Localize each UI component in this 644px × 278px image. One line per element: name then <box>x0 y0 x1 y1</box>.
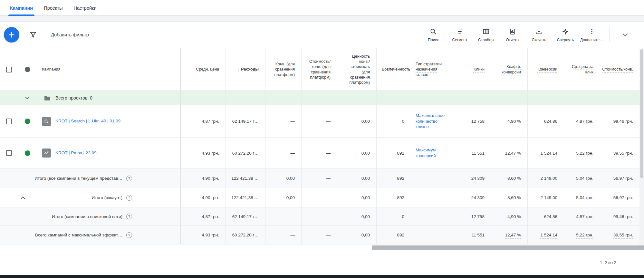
value: 11 551 <box>472 233 485 237</box>
value: 60 272,20 г… <box>232 233 259 237</box>
header-conversions[interactable]: Конверсии <box>527 48 564 91</box>
clicks-value: 11 551 <box>455 226 491 244</box>
columns-button[interactable]: Столбцы <box>473 28 499 42</box>
header-conv-compare-label: Конв. (для сравнения платформ) <box>271 62 295 77</box>
value: 24 309 <box>471 195 485 200</box>
status-enabled-icon[interactable] <box>25 150 30 156</box>
value: 1 524,14 <box>540 151 557 156</box>
bottom-window-edge <box>0 275 644 278</box>
value: — <box>291 151 295 156</box>
header-avg-cpc[interactable]: Ср. цена за клик <box>564 48 600 91</box>
engagement-value: 892 <box>376 138 411 168</box>
collapse-button[interactable]: Свернуть <box>552 28 579 42</box>
sort-desc-arrow-icon: ↓ <box>237 67 239 72</box>
help-icon[interactable] <box>126 232 132 238</box>
download-icon <box>535 28 543 35</box>
value: 624,86 <box>544 214 557 219</box>
vertical-scrollbar-thumb[interactable] <box>640 49 643 178</box>
value: 892 <box>397 176 404 181</box>
header-bid-strategy[interactable]: Тип стратегии назначения ставок <box>411 48 455 91</box>
select-all-checkbox[interactable] <box>6 67 12 72</box>
value: 1 524,14 <box>540 233 557 237</box>
tab-bar: Кампании Проекты Настройки <box>0 0 644 16</box>
avg-cpc-value: 4,87 грн. <box>564 105 600 137</box>
tab-campaigns[interactable]: Кампании <box>5 5 38 15</box>
value: 4,90 % <box>507 119 521 124</box>
collapse-toolbar-button[interactable] <box>616 31 635 39</box>
header-conv-compare[interactable]: Конв. (для сравнения платформ) <box>265 48 301 91</box>
header-cost-conv-compare[interactable]: Стоимость/ конв. (для сравнения платформ… <box>301 48 337 91</box>
cost-conv-compare-value: — <box>301 169 337 188</box>
campaign-link[interactable]: KROT | Pmax | 22.09 <box>55 150 97 156</box>
search-button[interactable]: Поиск <box>420 28 447 42</box>
status-enabled-icon[interactable] <box>25 119 30 124</box>
value: 99,46 грн. <box>613 214 633 219</box>
header-engagement[interactable]: Вовлеченность <box>376 48 411 91</box>
campaign-link[interactable]: KROT | Search | L.Ukr+40 | 01.09 <box>55 118 120 124</box>
clicks-value: 12 758 <box>455 105 491 137</box>
header-campaign[interactable]: Кампания <box>37 48 180 91</box>
value: 122 421,38 … <box>231 176 259 181</box>
reports-button[interactable]: Отчеты <box>499 28 526 42</box>
header-cost-per-conv[interactable]: Стоимость/конв. <box>600 48 639 91</box>
header-conversions-label: Конверсии <box>537 67 557 72</box>
clicks-value: 11 551 <box>455 138 491 168</box>
conv-rate-value: 8,60 % <box>491 169 527 188</box>
tab-projects[interactable]: Проекты <box>38 5 68 15</box>
value: 5,04 грн. <box>576 195 593 200</box>
download-button[interactable]: Скачать <box>526 28 552 42</box>
header-spend-sorted[interactable]: ↓ Расходы <box>226 48 265 91</box>
header-value-cost-compare[interactable]: Ценность конв./ стоимость (для сравнения… <box>337 48 376 91</box>
conv-compare-value: — <box>265 207 301 225</box>
header-clicks[interactable]: Клики <box>455 48 491 91</box>
row-checkbox-cell <box>0 138 18 168</box>
avg-cpc-value: 5,04 грн. <box>564 169 600 188</box>
summary-row-account: Итого (аккаунт) 4,90 грн. 122 421,38 … 0… <box>0 188 639 207</box>
bid-strategy-link[interactable]: Максимальное количество кликов <box>416 113 450 130</box>
summary-label: Итого (кампании в поисковой сети) <box>52 214 122 219</box>
tab-settings[interactable]: Настройки <box>68 5 102 15</box>
value: 0,00 <box>361 119 370 124</box>
row-status-cell <box>18 105 37 137</box>
row-checkbox[interactable] <box>6 119 12 124</box>
collapse-totals-toggle[interactable] <box>19 194 26 201</box>
filter-funnel-icon <box>29 31 37 39</box>
group-empty-cell <box>564 91 600 105</box>
projects-expand-toggle[interactable] <box>18 94 37 101</box>
bid-strategy-link[interactable]: Максимум конверсий <box>416 147 450 158</box>
reports-icon <box>509 28 516 35</box>
campaigns-table: Кампания Средн. цена ↓ Расходы Конв. (дл… <box>0 48 639 244</box>
header-campaign-label: Кампания <box>42 67 60 72</box>
group-empty-cell <box>411 91 455 105</box>
header-avg-price[interactable]: Средн. цена <box>180 48 226 91</box>
engagement-value: 892 <box>376 226 411 244</box>
header-value-cost-compare-label: Ценность конв./ стоимость (для сравнения… <box>342 54 370 85</box>
filter-button[interactable] <box>29 31 37 39</box>
header-cost-per-conv-label: Стоимость/конв. <box>602 67 633 72</box>
value: 0,00 <box>361 233 370 237</box>
value-cost-compare-value: 0,00 <box>337 169 376 188</box>
status-circle-icon[interactable] <box>25 67 30 72</box>
help-icon[interactable] <box>126 214 132 219</box>
more-button[interactable]: Дополните… <box>579 28 605 42</box>
row-checkbox[interactable] <box>6 150 12 156</box>
value: 39,55 грн. <box>613 233 633 237</box>
value: 5,04 грн. <box>576 176 593 181</box>
select-all-checkbox-cell <box>0 48 18 91</box>
header-conv-rate[interactable]: Коэфф. конверсии <box>491 48 527 91</box>
header-avg-cpc-label: Ср. цена за клик <box>569 64 593 75</box>
add-campaign-button[interactable] <box>4 27 19 43</box>
help-icon[interactable] <box>126 176 132 181</box>
add-filter-label[interactable]: Добавить фильтр <box>51 32 89 37</box>
segment-button[interactable]: Сегмент <box>447 28 473 42</box>
horizontal-scrollbar-thumb[interactable] <box>372 245 644 250</box>
value: 2 149,00 <box>540 195 557 200</box>
help-icon[interactable] <box>126 195 132 201</box>
group-empty-cell <box>265 91 301 105</box>
segment-icon <box>456 28 464 35</box>
avg-price-value: 4,87 грн. <box>180 207 226 225</box>
chevron-down-icon <box>24 94 31 101</box>
avg-price-value: 4,90 грн. <box>180 188 226 207</box>
value: 0 <box>402 214 404 219</box>
clicks-value: 12 758 <box>455 207 491 225</box>
